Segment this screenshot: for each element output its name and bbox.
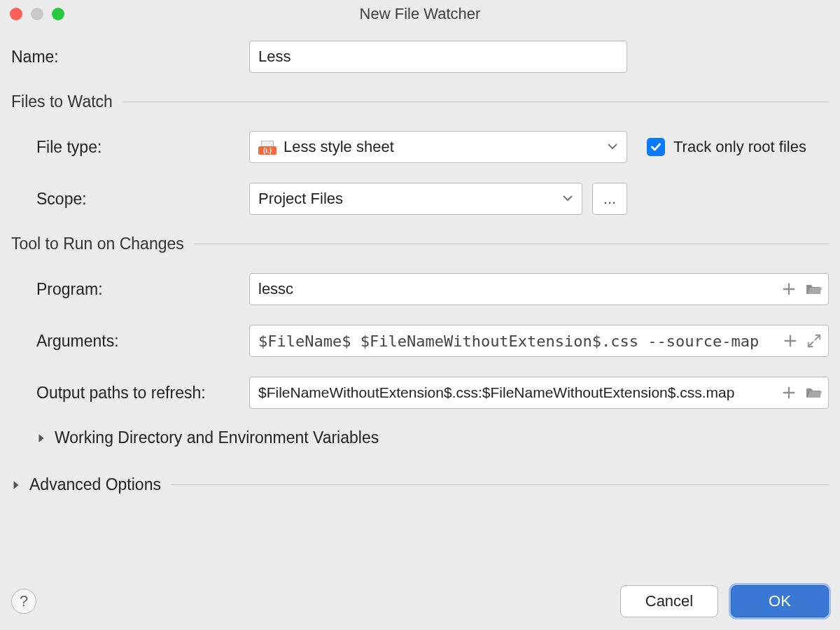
ellipsis-label: ... [603, 190, 616, 208]
scope-selected: Project Files [258, 190, 343, 208]
help-button[interactable]: ? [11, 589, 36, 614]
track-only-root-checkbox[interactable]: Track only root files [647, 138, 806, 156]
advanced-options-disclosure[interactable]: Advanced Options [11, 475, 161, 494]
browse-folder-icon[interactable] [805, 281, 822, 297]
output-paths-label: Output paths to refresh: [36, 384, 249, 402]
name-input-value: Less [258, 48, 290, 66]
section-divider [171, 484, 829, 485]
window-title: New File Watcher [0, 5, 840, 23]
arguments-label: Arguments: [36, 332, 249, 351]
insert-macro-icon[interactable] [781, 281, 797, 297]
name-input[interactable]: Less [249, 41, 627, 73]
filetype-label: File type: [36, 138, 249, 157]
disclosure-triangle-icon [11, 480, 21, 490]
program-label: Program: [36, 280, 249, 299]
section-files-to-watch: Files to Watch [11, 92, 829, 111]
window-titlebar: New File Watcher [0, 0, 840, 28]
section-tool-to-run: Tool to Run on Changes [11, 234, 829, 253]
arguments-input[interactable]: $FileName$ $FileNameWithoutExtension$.cs… [249, 325, 829, 357]
scope-label: Scope: [36, 190, 249, 209]
expand-icon[interactable] [806, 333, 822, 349]
section-divider [122, 102, 829, 102]
chevron-down-icon [562, 190, 573, 208]
checkbox-checked-icon [647, 138, 665, 156]
less-file-icon: {L} [258, 139, 276, 155]
insert-macro-icon[interactable] [783, 333, 798, 349]
output-paths-value: $FileNameWithoutExtension$.css:$FileName… [258, 384, 734, 401]
filetype-select[interactable]: {L} Less style sheet [249, 131, 627, 163]
section-advanced-options: Advanced Options [11, 475, 829, 494]
working-directory-disclosure[interactable]: Working Directory and Environment Variab… [36, 428, 379, 447]
ok-button[interactable]: OK [731, 585, 829, 617]
program-value: lessc [258, 280, 293, 298]
name-label: Name: [11, 48, 249, 66]
section-tool-to-run-label: Tool to Run on Changes [11, 234, 184, 253]
browse-folder-icon[interactable] [805, 385, 822, 400]
scope-browse-button[interactable]: ... [592, 183, 627, 215]
disclosure-triangle-icon [36, 433, 46, 443]
section-divider [194, 244, 829, 244]
help-icon: ? [20, 592, 28, 610]
insert-macro-icon[interactable] [781, 385, 797, 400]
filetype-selected: Less style sheet [284, 138, 394, 156]
cancel-label: Cancel [645, 592, 693, 610]
output-paths-input[interactable]: $FileNameWithoutExtension$.css:$FileName… [249, 377, 829, 409]
ok-label: OK [769, 592, 791, 610]
track-only-root-label: Track only root files [673, 138, 806, 156]
chevron-down-icon [607, 138, 618, 156]
section-files-to-watch-label: Files to Watch [11, 92, 113, 111]
working-directory-label: Working Directory and Environment Variab… [55, 428, 379, 447]
advanced-options-label: Advanced Options [29, 475, 161, 494]
cancel-button[interactable]: Cancel [620, 585, 718, 617]
arguments-value: $FileName$ $FileNameWithoutExtension$.cs… [258, 332, 759, 350]
scope-select[interactable]: Project Files [249, 183, 582, 215]
program-input[interactable]: lessc [249, 273, 829, 305]
